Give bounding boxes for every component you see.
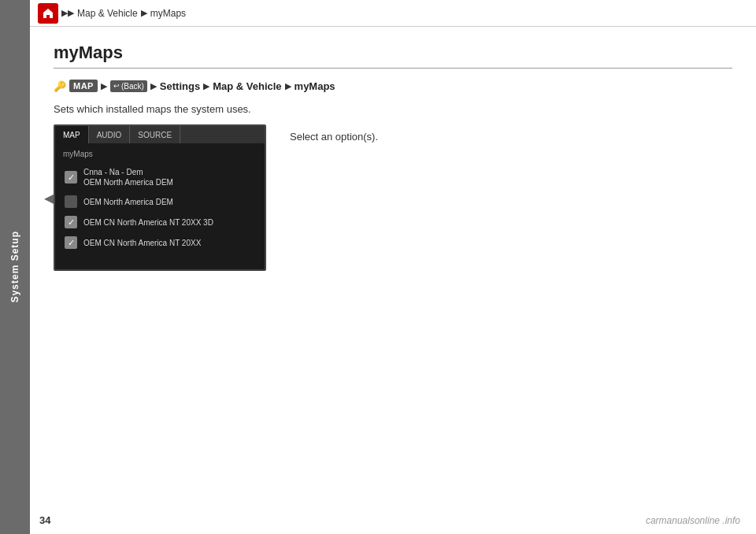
item-text-3: OEM CN North America NT 20XX 3D [83, 217, 213, 228]
tab-audio[interactable]: AUDIO [89, 126, 131, 143]
key-icon: 🔑 [54, 80, 66, 92]
watermark: carmanualsonline .info [646, 515, 740, 526]
page-number: 34 [39, 514, 50, 526]
screen-mockup: MAP AUDIO SOURCE myMaps ✓ Cnna - Na - De… [54, 124, 266, 271]
screen-submenu-title: myMaps [60, 150, 260, 158]
screen-wrapper: ◀ MAP AUDIO SOURCE myMaps ✓ Cnna - Na - … [54, 124, 266, 271]
back-button[interactable]: ↩ (Back) [110, 80, 147, 92]
nav-settings: Settings [160, 80, 200, 92]
main-content: myMaps 🔑 MAP ▶ ↩ (Back) ▶ Settings ▶ Map… [30, 27, 756, 534]
check-icon-2 [65, 195, 77, 208]
screen-left-arrow: ◀ [44, 191, 54, 206]
description-text: Sets which installed maps the system use… [54, 103, 732, 115]
breadcrumb-arrow-1: ▶▶ [61, 8, 74, 18]
back-icon: ↩ [113, 82, 120, 90]
screen-tabs: MAP AUDIO SOURCE [55, 126, 265, 143]
list-item[interactable]: ✓ OEM CN North America NT 20XX [60, 232, 260, 253]
option-text: Select an option(s). [290, 131, 378, 143]
nav-arrow-3: ▶ [203, 81, 209, 91]
tab-map[interactable]: MAP [55, 126, 89, 143]
list-item[interactable]: ✓ OEM CN North America NT 20XX 3D [60, 212, 260, 232]
list-item[interactable]: OEM North America DEM [60, 191, 260, 212]
list-item[interactable]: ✓ Cnna - Na - DemOEM North America DEM [60, 163, 260, 191]
check-icon-4: ✓ [65, 236, 77, 249]
home-icon[interactable] [38, 3, 58, 24]
screen-body: myMaps ✓ Cnna - Na - DemOEM North Americ… [55, 143, 265, 269]
breadcrumb-arrow-2: ▶ [141, 8, 147, 18]
tab-source[interactable]: SOURCE [130, 126, 180, 143]
screenshot-container: ◀ MAP AUDIO SOURCE myMaps ✓ Cnna - Na - … [54, 124, 732, 271]
breadcrumb-mymaps: myMaps [150, 8, 186, 19]
nav-map-vehicle: Map & Vehicle [213, 80, 281, 92]
nav-path: 🔑 MAP ▶ ↩ (Back) ▶ Settings ▶ Map & Vehi… [54, 80, 732, 92]
check-icon-1: ✓ [65, 171, 77, 184]
nav-arrow-1: ▶ [101, 81, 107, 91]
sidebar: System Setup [0, 0, 30, 534]
item-text-1: Cnna - Na - DemOEM North America DEM [83, 167, 173, 187]
topbar: ▶▶ Map & Vehicle ▶ myMaps [30, 0, 756, 27]
page-title: myMaps [54, 43, 732, 69]
map-button[interactable]: MAP [69, 80, 98, 92]
item-text-2: OEM North America DEM [83, 197, 173, 207]
nav-arrow-4: ▶ [285, 81, 291, 91]
nav-arrow-2: ▶ [150, 81, 157, 91]
breadcrumb-map-vehicle: Map & Vehicle [77, 8, 138, 19]
check-icon-3: ✓ [65, 216, 77, 228]
back-label: (Back) [121, 82, 144, 91]
nav-mymaps: myMaps [295, 80, 335, 92]
sidebar-label: System Setup [9, 231, 20, 302]
item-text-4: OEM CN North America NT 20XX [83, 238, 201, 248]
